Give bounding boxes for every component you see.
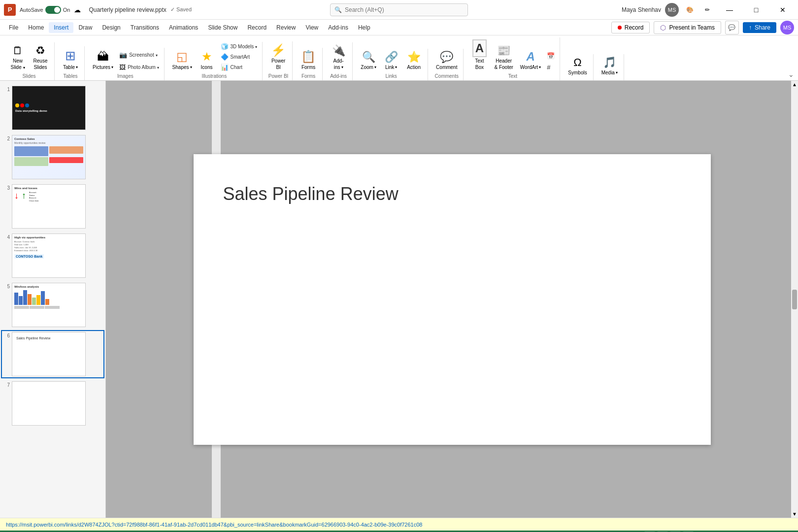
ribbon-group-comments: 💬 Comment Comments [430,49,464,80]
record-btn[interactable]: Record [611,22,650,33]
illustrations-group-label: Illustrations [202,72,227,80]
powerpoint-icon: P [4,4,16,16]
menu-transitions[interactable]: Transitions [126,22,164,33]
present-in-teams-btn[interactable]: ⬡ Present in Teams [654,21,721,34]
slide-item-1[interactable]: 1 Data storytelling demo [2,85,103,131]
comments-group-label: Comments [435,72,459,80]
date-icon: 📅 [547,52,555,60]
slide-item-3[interactable]: 3 Wins and losses ↓ ↑ Account:Status:Amo… [2,183,103,230]
chart-icon: 📊 [221,64,229,71]
shapes-btn[interactable]: ◱ Shapes ▾ [169,48,195,72]
date-time-btn[interactable]: 📅 [545,51,557,61]
ribbon-group-text: A Text Box 📰 Header & Footer A WordArt ▾… [466,37,560,80]
menu-file[interactable]: File [4,22,23,33]
scroll-down-btn[interactable]: ▼ [791,510,798,518]
slide-canvas[interactable]: Sales Pipeline Review [194,154,711,445]
maximize-btn[interactable]: □ [745,0,767,20]
right-scrollbar[interactable]: ▲ ▼ [791,81,798,518]
symbols-btn[interactable]: Ω Symbols [565,54,590,77]
search-box[interactable]: 🔍 [330,3,468,16]
ribbon-group-symbols: Ω Symbols [562,54,593,80]
menu-review[interactable]: Review [271,22,300,33]
file-name: Quarterly pipeline review.pptx [89,6,166,13]
symbols-icon: Ω [573,56,581,69]
forms-btn[interactable]: 📋 Forms [298,48,319,72]
smartart-btn[interactable]: 🔷 SmartArt [219,52,260,62]
action-btn[interactable]: ⭐ Action [403,49,425,72]
menu-design[interactable]: Design [97,22,125,33]
menu-animations[interactable]: Animations [164,22,203,33]
menu-slideshow[interactable]: Slide Show [203,22,242,33]
header-footer-btn[interactable]: 📰 Header & Footer [491,42,516,72]
smartart-icon: 🔷 [221,53,229,61]
share-btn[interactable]: ↑ Share [743,22,776,33]
slide-item-4[interactable]: 4 High viz opportunities Account: Contos… [2,233,103,279]
comment-insert-btn[interactable]: 💬 Comment [433,49,460,72]
images-group-label: Images [117,72,133,80]
new-slide-btn[interactable]: 🗒 New Slide ▾ [7,42,29,72]
pen-icon[interactable]: ✏ [700,3,714,17]
media-btn[interactable]: 🎵 Media ▾ [598,54,621,77]
scroll-thumb[interactable] [792,290,797,309]
menu-view[interactable]: View [300,22,323,33]
photo-album-btn[interactable]: 🖼 Photo Album ▾ [117,63,161,72]
slide-item-2[interactable]: 2 Contoso Sales Monthly opportunities re… [2,134,103,180]
ribbon-expand-btn[interactable]: ⌄ [788,70,794,78]
powerbi-group-label: Power BI [268,72,289,80]
slide-thumb-4: High viz opportunities Account: Contoso … [12,233,86,278]
pictures-btn[interactable]: 🏔 Pictures ▾ [90,48,116,72]
url-text[interactable]: https://msit.powerbi.com/links/d2W874ZJO… [6,522,422,528]
slide-item-7[interactable]: 7 [2,380,103,427]
wordart-btn[interactable]: A WordArt ▾ [517,48,544,72]
reuse-slides-icon: ♻ [35,44,45,57]
3d-models-icon: 🧊 [221,43,229,50]
canvas-area: Sales Pipeline Review ▲ ▼ [106,81,798,518]
new-slide-icon: 🗒 [12,44,23,57]
comment-btn[interactable]: 💬 [725,21,739,34]
chart-btn[interactable]: 📊 Chart [219,63,260,72]
reuse-slides-btn[interactable]: ♻ Reuse Slides [30,42,51,72]
autosave-toggle[interactable] [45,6,61,14]
slide-thumb-3: Wins and losses ↓ ↑ Account:Status:Amoun… [12,184,86,229]
textbox-btn[interactable]: A Text Box [468,37,490,72]
ribbon-icon[interactable]: 🎨 [683,3,697,17]
close-btn[interactable]: ✕ [771,0,794,20]
slide-number-btn[interactable]: # [545,63,557,72]
zoom-btn[interactable]: 🔍 Zoom ▾ [358,49,379,72]
menu-home[interactable]: Home [23,22,49,33]
ribbon-group-powerbi: ⚡ Power BI Power BI [265,41,293,80]
menu-help[interactable]: Help [353,22,375,33]
slide-thumb-7 [12,381,86,426]
search-input[interactable] [345,6,464,13]
slide-item-6[interactable]: 6 Sales Pipeline Review [2,331,103,377]
screenshot-btn[interactable]: 📷 Screenshot ▾ [117,50,161,60]
autosave-state: On [63,7,70,13]
title-bar-center: 🔍 [267,3,531,16]
menu-record[interactable]: Record [242,22,271,33]
ribbon-group-illustrations: ◱ Shapes ▾ ★ Icons 🧊 3D Models ▾ 🔷 Smart… [166,42,263,80]
3d-models-btn[interactable]: 🧊 3D Models ▾ [219,42,260,51]
scroll-up-btn[interactable]: ▲ [791,81,798,88]
slide-item-5[interactable]: 5 Win/loss analysis [2,282,103,328]
shapes-icon: ◱ [176,50,188,64]
title-bar: P AutoSave On ☁ Quarterly pipeline revie… [0,0,798,20]
icons-icon: ★ [201,50,212,64]
menu-addins[interactable]: Add-ins [323,22,353,33]
profile-pic[interactable]: MS [780,21,794,34]
icons-btn[interactable]: ★ Icons [196,48,218,72]
search-icon: 🔍 [334,6,342,13]
teams-icon: ⬡ [660,24,666,32]
table-btn[interactable]: ⊞ Table ▾ [60,46,81,72]
addins-btn[interactable]: 🔌 Add- ins ▾ [328,42,349,72]
text-group-label: Text [508,72,517,80]
menu-insert[interactable]: Insert [49,22,73,33]
wordart-icon: A [526,50,534,64]
addins-group-label: Add-ins [330,72,347,80]
media-icon: 🎵 [603,56,616,69]
powerbi-btn[interactable]: ⚡ Power BI [267,41,289,72]
minimize-btn[interactable]: — [718,0,741,20]
slide-title: Sales Pipeline Review [223,184,399,204]
tables-group-label: Tables [64,72,78,80]
link-btn[interactable]: 🔗 Link ▾ [380,49,402,72]
menu-draw[interactable]: Draw [73,22,97,33]
